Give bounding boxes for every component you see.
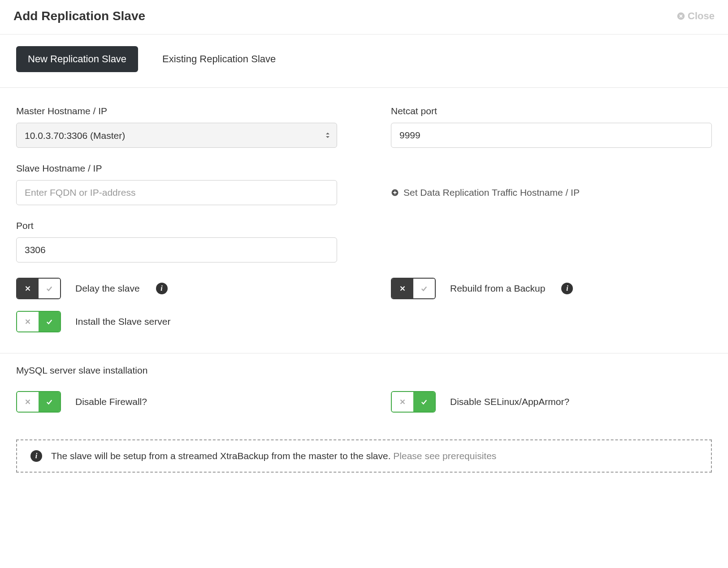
master-hostname-label: Master Hostname / IP — [16, 106, 337, 116]
disable-firewall-toggle[interactable] — [16, 391, 61, 413]
tab-existing-replication-slave[interactable]: Existing Replication Slave — [162, 53, 276, 65]
toggle-off-icon — [392, 279, 413, 298]
disable-selinux-label: Disable SELinux/AppArmor? — [450, 396, 569, 407]
notice-text: The slave will be setup from a streamed … — [51, 451, 496, 461]
master-hostname-select[interactable]: 10.0.3.70:3306 (Master) — [16, 123, 337, 148]
toggle-on-icon — [413, 392, 435, 412]
info-icon: i — [30, 450, 42, 462]
close-button[interactable]: Close — [677, 10, 715, 22]
add-replication-slave-modal: Add Replication Slave Close New Replicat… — [0, 0, 728, 473]
install-section-title: MySQL server slave installation — [16, 365, 712, 376]
delay-slave-label: Delay the slave — [75, 283, 140, 294]
install-slave-toggle[interactable] — [16, 311, 61, 332]
section-divider — [0, 353, 728, 353]
toggle-off-icon — [17, 279, 39, 298]
info-icon[interactable]: i — [561, 283, 573, 294]
toggle-on-icon — [413, 279, 435, 298]
form-body: Master Hostname / IP 10.0.3.70:3306 (Mas… — [0, 88, 728, 473]
toggle-off-icon — [392, 392, 413, 412]
netcat-port-input[interactable] — [391, 123, 712, 148]
set-data-replication-label: Set Data Replication Traffic Hostname / … — [403, 187, 580, 198]
toggle-off-icon — [17, 392, 39, 412]
slave-hostname-label: Slave Hostname / IP — [16, 163, 337, 174]
tab-new-replication-slave[interactable]: New Replication Slave — [16, 46, 138, 72]
rebuild-backup-label: Rebuild from a Backup — [450, 283, 545, 294]
rebuild-backup-toggle[interactable] — [391, 278, 436, 299]
disable-firewall-label: Disable Firewall? — [75, 396, 147, 407]
modal-header: Add Replication Slave Close — [0, 0, 728, 34]
plus-circle-icon — [391, 189, 399, 197]
info-icon[interactable]: i — [156, 283, 168, 294]
install-slave-label: Install the Slave server — [75, 316, 170, 327]
notice-link[interactable]: Please see prerequisites — [393, 451, 496, 461]
netcat-port-label: Netcat port — [391, 106, 712, 116]
set-data-replication-link[interactable]: Set Data Replication Traffic Hostname / … — [391, 180, 712, 205]
notice-main: The slave will be setup from a streamed … — [51, 451, 393, 461]
delay-slave-toggle[interactable] — [16, 278, 61, 299]
toggle-on-icon — [39, 279, 60, 298]
port-label: Port — [16, 220, 337, 231]
toggle-on-icon — [39, 392, 60, 412]
tabs: New Replication Slave Existing Replicati… — [0, 34, 728, 88]
port-input[interactable] — [16, 237, 337, 262]
modal-title: Add Replication Slave — [13, 9, 145, 23]
notice-box: i The slave will be setup from a streame… — [16, 439, 712, 473]
close-icon — [677, 12, 685, 20]
toggle-off-icon — [17, 312, 39, 331]
toggle-on-icon — [39, 312, 60, 331]
disable-selinux-toggle[interactable] — [391, 391, 436, 413]
close-label: Close — [688, 10, 715, 22]
slave-hostname-input[interactable] — [16, 180, 337, 205]
